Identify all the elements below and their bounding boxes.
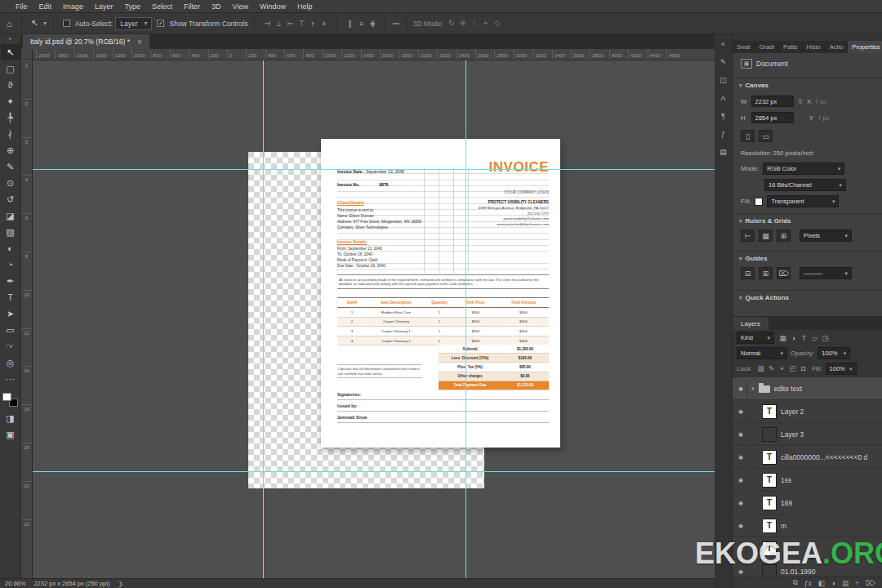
type-tool[interactable]: T <box>1 289 20 305</box>
tab-properties[interactable]: Properties <box>848 41 882 53</box>
history-brush-tool[interactable]: ↺ <box>1 191 20 207</box>
crop-tool[interactable]: ╄ <box>1 109 20 126</box>
lock-pixels-icon[interactable]: ✎ <box>766 364 777 373</box>
lock-transparency-icon[interactable]: ▨ <box>755 364 766 373</box>
chevron-down-icon[interactable]: ▾ <box>43 20 47 27</box>
auto-select-checkbox[interactable] <box>63 20 70 27</box>
libraries-panel-icon[interactable]: ▤ <box>717 146 730 157</box>
menu-item[interactable]: Filter <box>178 0 206 12</box>
layer-row[interactable]: ◉ T Layer 2 <box>733 400 882 423</box>
canvas-section-header[interactable]: ▾ Canvas <box>733 78 882 89</box>
landscape-orientation-button[interactable]: ▭ <box>759 130 773 142</box>
filter-adjustment-layers-icon[interactable]: ◑ <box>788 334 799 342</box>
lasso-tool[interactable]: ϑ <box>1 77 20 93</box>
object-selection-tool[interactable]: ✦ <box>1 93 20 109</box>
home-icon[interactable]: ⌂ <box>4 19 15 29</box>
lock-all-icon[interactable]: ◘ <box>798 364 808 373</box>
tab-layers[interactable]: Layers <box>733 317 768 330</box>
eyedropper-tool[interactable]: ∤ <box>1 126 20 142</box>
horizontal-ruler[interactable]: 2000180016001400120010008006004002000200… <box>33 49 715 60</box>
edit-toolbar-icon[interactable]: ⋯ <box>1 371 20 387</box>
layer-name[interactable]: Layer 3 <box>781 430 804 439</box>
menu-item[interactable]: Help <box>292 0 318 12</box>
blend-mode-dropdown[interactable]: Normal ▾ <box>737 347 787 359</box>
align-top-icon[interactable]: ⊤ <box>296 20 307 28</box>
layer-group-icon[interactable]: ▤ <box>842 579 849 587</box>
layer-row[interactable]: ◉ T 1ss <box>733 469 882 492</box>
quick-actions-section-header[interactable]: ▾ Quick Actions <box>733 290 882 301</box>
pen-tool[interactable]: ✒ <box>1 273 20 289</box>
rulers-grids-section-header[interactable]: ▾ Rulers & Grids <box>733 213 882 225</box>
link-dimensions-icon[interactable]: ∞ <box>796 99 804 104</box>
panel-tab[interactable]: Histo <box>803 41 826 53</box>
glyphs-panel-icon[interactable]: ƒ <box>717 128 730 139</box>
filter-shape-layers-icon[interactable]: ▱ <box>809 334 820 342</box>
hand-tool[interactable]: ☞ <box>1 338 20 354</box>
status-options-chevron-icon[interactable]: ❯ <box>118 580 122 587</box>
layer-name[interactable]: m <box>781 522 786 530</box>
height-input[interactable]: 2854 px <box>751 112 794 123</box>
lock-artboard-icon[interactable]: ◰ <box>787 364 798 373</box>
visibility-eye-icon[interactable]: ◉ <box>735 472 747 488</box>
align-right-icon[interactable]: ⊢ <box>284 20 296 28</box>
zoom-tool[interactable]: ◎ <box>1 354 20 371</box>
quick-mask-icon[interactable]: ◨ <box>1 410 20 426</box>
vertical-ruler[interactable]: 20246810121416182022 <box>21 60 33 578</box>
more-options-icon[interactable]: ••• <box>392 20 399 27</box>
fill-swatch[interactable] <box>755 198 763 206</box>
portrait-orientation-button[interactable]: ▯ <box>741 130 755 142</box>
blur-tool[interactable]: ◐ <box>1 240 20 256</box>
zoom-level-field[interactable]: 20.66% <box>5 580 25 587</box>
paragraph-panel-icon[interactable]: ¶ <box>717 110 730 121</box>
toggle-guides-icon[interactable]: ⊟ <box>741 267 755 279</box>
lock-guides-icon[interactable]: ⊞ <box>759 267 773 279</box>
layer-effects-icon[interactable]: ƒx <box>804 579 812 587</box>
layer-row-group[interactable]: ◉ ▾ edite text <box>733 377 882 400</box>
menu-item[interactable]: Window <box>254 0 292 12</box>
toggle-grid-icon[interactable]: ▦ <box>759 229 773 242</box>
align-middle-icon[interactable]: ⊦ <box>307 20 318 28</box>
clone-source-panel-icon[interactable]: ◫ <box>717 74 730 85</box>
layer-row[interactable]: ◉ T cilla0000000...<<<<<<<<0 d <box>733 446 882 469</box>
fill-input[interactable]: 100% ▾ <box>826 363 857 375</box>
panel-tab[interactable]: Swat <box>733 41 755 53</box>
distribute-evenly-icon[interactable]: ⋕ <box>367 20 378 28</box>
layer-row[interactable]: ◉ T 169 <box>733 492 882 514</box>
eraser-tool[interactable]: ◪ <box>1 207 20 224</box>
layer-name[interactable]: Layer 2 <box>781 408 804 416</box>
visibility-eye-icon[interactable]: ◉ <box>735 449 747 466</box>
align-bottom-icon[interactable]: ⊧ <box>318 20 330 28</box>
guide-vertical[interactable] <box>263 60 264 578</box>
bit-depth-dropdown[interactable]: 16 Bits/Channel ▾ <box>764 179 846 191</box>
menu-item[interactable]: 3D <box>206 0 227 12</box>
menu-item[interactable]: Layer <box>89 0 119 12</box>
guide-horizontal[interactable] <box>33 471 715 472</box>
clear-guides-icon[interactable]: ⌦ <box>777 267 791 279</box>
filter-smart-objects-icon[interactable]: ◳ <box>820 334 831 342</box>
dodge-tool[interactable]: ◔ <box>1 256 20 273</box>
adjustment-layer-icon[interactable]: ◑ <box>831 579 835 587</box>
screen-mode-icon[interactable]: ▣ <box>1 426 20 443</box>
visibility-eye-icon[interactable]: ◉ <box>735 403 747 420</box>
brushes-panel-icon[interactable]: ✎ <box>717 56 730 67</box>
new-layer-icon[interactable]: + <box>855 579 859 587</box>
width-input[interactable]: 2232 px <box>751 96 794 107</box>
brush-tool[interactable]: ✎ <box>1 158 20 175</box>
menu-item[interactable]: Image <box>57 0 89 12</box>
group-expand-chevron-icon[interactable]: ▾ <box>751 385 755 392</box>
fill-dropdown[interactable]: Transparent ▾ <box>767 195 839 207</box>
show-transform-checkbox[interactable]: ✓ <box>157 20 164 27</box>
collapse-toolbar-icon[interactable]: » <box>9 34 12 44</box>
guide-vertical[interactable] <box>466 60 466 578</box>
move-tool[interactable]: ↖ <box>1 44 20 60</box>
guides-section-header[interactable]: ▾ Guides <box>733 251 882 262</box>
document-tab[interactable]: Italy id.psd @ 20.7% (RGB/16) * × <box>23 34 149 49</box>
menu-item[interactable]: File <box>10 0 33 12</box>
layer-name[interactable]: cilla0000000...<<<<<<<<0 d <box>781 453 867 461</box>
guide-horizontal[interactable] <box>33 169 715 170</box>
rectangle-tool[interactable]: ▭ <box>1 322 20 338</box>
layer-mask-icon[interactable]: ◧ <box>818 579 825 587</box>
align-center-horizontal-icon[interactable]: ⊥ <box>273 20 284 28</box>
close-icon[interactable]: × <box>137 38 142 47</box>
filter-pixel-layers-icon[interactable]: ▦ <box>777 334 788 342</box>
